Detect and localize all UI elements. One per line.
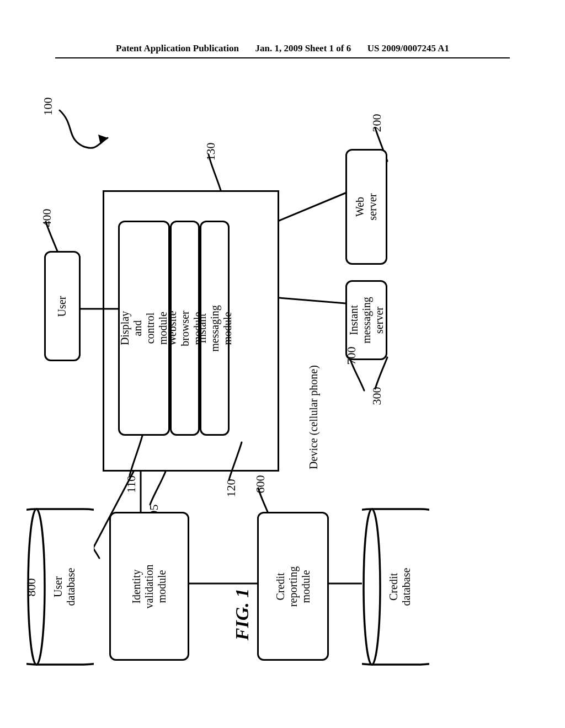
ref-100: 100: [41, 98, 55, 116]
im-label: Instant messaging module: [196, 305, 234, 351]
page-header: Patent Application Publication Jan. 1, 2…: [55, 43, 510, 58]
ref-200: 200: [370, 114, 384, 132]
svg-line-2: [279, 193, 345, 221]
figure-canvas: 100 Device (cellular phone) 105 Display …: [0, 77, 565, 684]
im-module: Instant messaging module: [200, 221, 230, 436]
ref-600: 600: [253, 475, 268, 494]
credit-db: Credit database: [362, 507, 429, 666]
ref-300: 300: [370, 387, 384, 405]
figure-title: FIG. 1: [232, 588, 253, 640]
header-mid: Jan. 1, 2009 Sheet 1 of 6: [255, 43, 351, 54]
ref-110: 110: [124, 475, 138, 493]
header-right: US 2009/0007245 A1: [367, 43, 449, 54]
ref-130: 130: [204, 143, 218, 161]
web-server: Web server: [345, 149, 387, 265]
display-control-label: Display and control module: [119, 304, 169, 352]
ref-800: 800: [24, 579, 39, 597]
ref-400: 400: [40, 209, 54, 227]
user-label: User: [56, 296, 68, 317]
user-db-label: User database: [0, 558, 144, 617]
svg-marker-0: [98, 135, 108, 144]
display-control-module: Display and control module: [118, 221, 170, 436]
credit-db-label: Credit database: [321, 558, 479, 617]
user-box: User: [44, 251, 81, 361]
credit-label: Credit reporting module: [274, 552, 312, 620]
patent-page: Patent Application Publication Jan. 1, 2…: [0, 0, 565, 728]
header-left: Patent Application Publication: [116, 43, 239, 54]
ref-700: 700: [344, 347, 359, 365]
ref-120: 120: [224, 479, 238, 497]
im-server-label: Instant messaging server: [348, 297, 386, 343]
web-server-label: Web server: [354, 188, 379, 226]
svg-line-3: [279, 298, 345, 303]
credit-module: Credit reporting module: [257, 512, 329, 661]
device-label: Device (cellular phone): [307, 362, 320, 473]
